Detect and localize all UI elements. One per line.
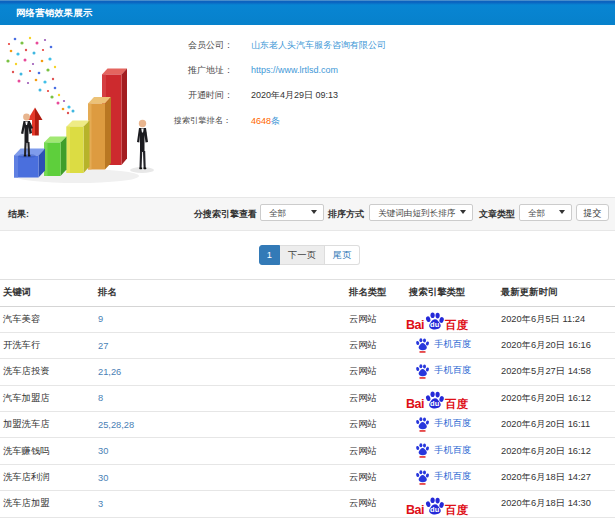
engine-cell: Bai du 百度 — [406, 385, 498, 411]
mobile-baidu-label: 手机百度 — [434, 338, 471, 351]
rank-count-label: 搜索引擎排名： — [174, 116, 231, 126]
rank-type-cell: 云网站 — [346, 332, 406, 358]
baidu-paw-icon: du — [424, 311, 445, 331]
update-time-cell: 2020年6月18日 14:27 — [498, 464, 615, 490]
rank-type-cell: 云网站 — [346, 438, 406, 464]
orange-bar — [88, 97, 111, 170]
baidu-logo-cn-text: 百度 — [445, 398, 468, 410]
rank-count-value: 4648条 — [251, 116, 280, 126]
engine-cell: Bai du 百度 — [406, 306, 498, 332]
rank-link[interactable]: 21,26 — [98, 367, 121, 377]
rank-cell: 25,28,28 — [95, 412, 346, 438]
rank-link[interactable]: 9 — [98, 314, 103, 324]
promo-url-label: 推广地址： — [188, 65, 233, 75]
article-type-select[interactable]: 全部 — [519, 204, 572, 222]
submit-button[interactable]: 提交 — [576, 204, 609, 222]
rank-cell: 30 — [95, 438, 346, 464]
mobile-baidu-label: 手机百度 — [434, 364, 471, 377]
info-row-rank-count: 搜索引擎排名： 4648条 — [0, 116, 615, 126]
article-type-value: 全部 — [528, 208, 545, 218]
keyword-cell: 洗车赚钱吗 — [0, 438, 95, 464]
keyword-cell: 加盟洗车店 — [0, 412, 95, 438]
info-row-company: 会员公司： 山东老人头汽车服务咨询有限公司 — [0, 40, 615, 50]
update-time-cell: 2020年6月20日 16:12 — [498, 438, 615, 464]
mobile-baidu-logo: 手机百度 — [415, 363, 471, 379]
rank-link[interactable]: 30 — [98, 446, 108, 456]
rank-cell: 21,26 — [95, 359, 346, 385]
baidu-logo-cn-text: 百度 — [445, 319, 468, 331]
baidu-logo-bai-text: Bai — [406, 319, 424, 331]
rank-link[interactable]: 25,28,28 — [98, 420, 134, 430]
col-keyword: 关键词 — [0, 280, 95, 307]
table-row: 开洗车行 27 云网站 手机百度 2020年6月20日 16:16 — [0, 332, 615, 358]
table-row: 洗车店利润 30 云网站 手机百度 2020年6月18日 14:27 — [0, 464, 615, 490]
company-label: 会员公司： — [188, 40, 233, 50]
company-link[interactable]: 山东老人头汽车服务咨询有限公司 — [251, 40, 386, 50]
engine-filter-label: 分搜索引擎查看 — [194, 198, 257, 230]
table-row: 汽车美容 9 云网站 Bai du 百度 2020年6月5日 11:24 — [0, 306, 615, 332]
table-row: 加盟洗车店 25,28,28 云网站 手机百度 2020年6月20日 16:11 — [0, 412, 615, 438]
next-page-button[interactable]: 下一页 — [280, 245, 325, 265]
table-row: 洗车店投资 21,26 云网站 手机百度 2020年5月27日 14:58 — [0, 359, 615, 385]
pagination: 1 下一页 尾页 — [0, 245, 615, 265]
businessman-right-icon — [137, 120, 148, 170]
update-time-cell: 2020年6月5日 11:24 — [498, 306, 615, 332]
mobile-baidu-logo: 手机百度 — [415, 337, 471, 353]
rank-type-cell: 云网站 — [346, 306, 406, 332]
rank-count-number: 4648 — [251, 116, 271, 126]
update-time-cell: 2020年6月20日 16:12 — [498, 385, 615, 411]
mobile-baidu-paw-icon — [415, 416, 430, 432]
engine-cell: 手机百度 — [406, 464, 498, 490]
mobile-baidu-logo: 手机百度 — [415, 469, 471, 485]
col-update-time: 最新更新时间 — [498, 280, 615, 307]
mobile-baidu-paw-icon — [415, 469, 430, 485]
rank-cell: 9 — [95, 306, 346, 332]
svg-text:du: du — [430, 505, 440, 514]
mobile-baidu-logo: 手机百度 — [415, 416, 471, 432]
rank-link[interactable]: 30 — [98, 473, 108, 483]
baidu-logo-cn-text: 百度 — [445, 504, 468, 516]
table-header-row: 关键词 排名 排名类型 搜索引擎类型 最新更新时间 — [0, 280, 615, 307]
caret-down-icon — [460, 210, 466, 214]
sort-label: 排序方式 — [328, 198, 364, 230]
keyword-cell: 洗车店加盟 — [0, 491, 95, 517]
info-row-url: 推广地址： https://www.lrtlsd.com — [0, 65, 615, 75]
promo-url-link[interactable]: https://www.lrtlsd.com — [251, 65, 338, 75]
keyword-cell: 洗车店投资 — [0, 359, 95, 385]
rank-link[interactable]: 3 — [98, 499, 103, 509]
page-1-button[interactable]: 1 — [259, 245, 280, 265]
open-time-value: 2020年4月29日 09:13 — [251, 90, 338, 100]
filter-bar: 结果: 分搜索引擎查看 全部 排序方式 关键词由短到长排序 文章类型 全部 提交 — [0, 197, 615, 231]
page-header: 网络营销效果展示 — [0, 0, 615, 25]
ranking-table: 关键词 排名 排名类型 搜索引擎类型 最新更新时间 汽车美容 9 云网站 Bai… — [0, 279, 615, 518]
keyword-cell: 汽车美容 — [0, 306, 95, 332]
baidu-paw-icon: du — [424, 390, 445, 410]
result-label: 结果: — [8, 198, 29, 230]
col-rank-type: 排名类型 — [346, 280, 406, 307]
info-row-open-time: 开通时间： 2020年4月29日 09:13 — [0, 90, 615, 100]
baidu-logo: Bai du 百度 — [406, 390, 468, 410]
sort-select[interactable]: 关键词由短到长排序 — [369, 204, 473, 222]
rank-link[interactable]: 27 — [98, 341, 108, 351]
engine-cell: Bai du 百度 — [406, 491, 498, 517]
svg-text:du: du — [430, 400, 440, 409]
engine-filter-select[interactable]: 全部 — [260, 204, 324, 222]
engine-filter-value: 全部 — [269, 208, 286, 218]
rank-link[interactable]: 8 — [98, 393, 103, 403]
sort-value: 关键词由短到长排序 — [378, 208, 455, 218]
baidu-logo-bai-text: Bai — [406, 398, 424, 410]
keyword-cell: 洗车店利润 — [0, 464, 95, 490]
yellow-bar — [67, 121, 90, 174]
last-page-button[interactable]: 尾页 — [325, 245, 361, 265]
keyword-cell: 汽车加盟店 — [0, 385, 95, 411]
engine-cell: 手机百度 — [406, 332, 498, 358]
baidu-logo-bai-text: Bai — [406, 504, 424, 516]
mobile-baidu-paw-icon — [415, 442, 430, 458]
mobile-baidu-label: 手机百度 — [434, 470, 471, 483]
rank-type-cell: 云网站 — [346, 359, 406, 385]
rank-type-cell: 云网站 — [346, 491, 406, 517]
engine-cell: 手机百度 — [406, 412, 498, 438]
table-row: 洗车赚钱吗 30 云网站 手机百度 2020年6月20日 16:12 — [0, 438, 615, 464]
rank-cell: 30 — [95, 464, 346, 490]
caret-down-icon — [311, 210, 317, 214]
